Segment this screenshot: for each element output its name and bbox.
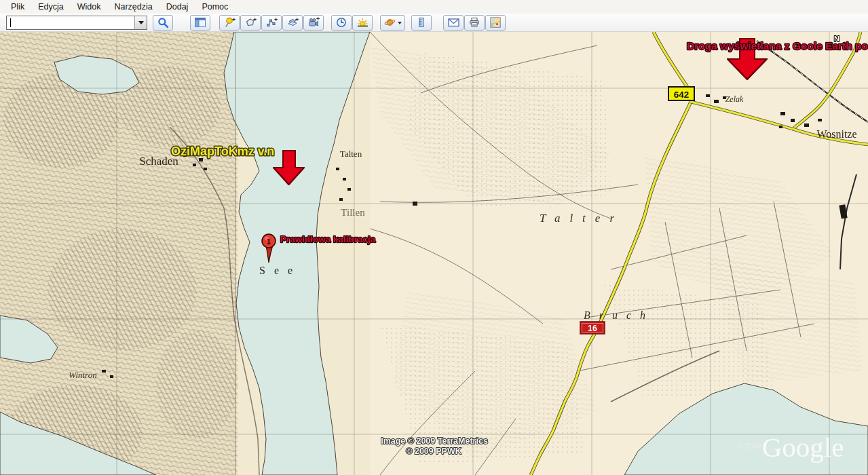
place-label-wintron: Wintron xyxy=(69,370,96,380)
chevron-down-icon xyxy=(398,22,402,26)
search-input[interactable] xyxy=(7,16,134,29)
menu-widok[interactable]: Widok xyxy=(71,1,108,13)
path-plus-icon: + xyxy=(266,17,278,28)
add-image-overlay-button[interactable]: + xyxy=(282,15,303,31)
mini-map-icon xyxy=(490,17,501,28)
camera-plus-icon: + xyxy=(308,17,320,28)
historical-map-overlay: Schaden Talten Tillen See Talter Bruch W… xyxy=(0,32,868,475)
ruler-icon xyxy=(416,17,427,28)
printer-icon xyxy=(469,17,480,28)
envelope-icon xyxy=(448,18,459,27)
map-copyright: © 2009 PPWK xyxy=(406,446,461,456)
menu-pomoc[interactable]: Pomoc xyxy=(195,1,235,13)
email-button[interactable] xyxy=(443,15,464,31)
place-label-tillen: Tillen xyxy=(341,207,365,218)
ruler-button[interactable] xyxy=(411,15,432,31)
map-area: Schaden Talten Tillen See Talter Bruch W… xyxy=(0,32,868,475)
road-shield-16-number: 16 xyxy=(588,324,597,333)
image-overlay-plus-icon: + xyxy=(287,17,299,28)
place-label-talter: Talter xyxy=(540,212,624,225)
menu-narzedzia[interactable]: Narzędzia xyxy=(107,1,159,13)
road-shield-642: 642 xyxy=(668,87,694,100)
road-shield-642-number: 642 xyxy=(674,90,690,100)
overlay-title-label: OziMapToKmz v.n xyxy=(171,145,274,158)
combobox-dropdown-button[interactable] xyxy=(134,16,147,29)
place-label-bruch: Bruch xyxy=(584,309,654,321)
polygon-plus-icon: + xyxy=(245,17,257,28)
add-placemark-button[interactable]: + xyxy=(219,15,240,31)
svg-text:+: + xyxy=(274,17,278,23)
menu-dodaj[interactable]: Dodaj xyxy=(159,1,195,13)
menu-bar: Plik Edycja Widok Narzędzia Dodaj Pomoc xyxy=(0,0,868,14)
place-label-see: See xyxy=(259,265,301,276)
toggle-sidebar-button[interactable] xyxy=(190,15,210,31)
sun-icon xyxy=(357,17,369,28)
clock-icon xyxy=(336,17,347,28)
menu-edycja[interactable]: Edycja xyxy=(31,1,71,13)
add-polygon-button[interactable]: + xyxy=(240,15,261,31)
terrain-hachures-left xyxy=(0,32,238,475)
place-label-wosnitze: Wosnitze xyxy=(816,128,856,140)
create-tools-group: + + + + xyxy=(219,15,324,31)
road-shield-16: 16 xyxy=(580,322,605,334)
google-logo: Google xyxy=(762,432,844,463)
search-button[interactable] xyxy=(153,15,173,31)
search-combobox[interactable] xyxy=(6,16,147,30)
view-in-google-maps-button[interactable] xyxy=(485,15,506,31)
sunlight-button[interactable] xyxy=(352,15,373,31)
calibration-label: Prawidłowa kalibracja xyxy=(280,234,376,244)
droga-label: Droga wyświetlana z Goole Earth pod xyxy=(687,40,868,52)
svg-text:+: + xyxy=(232,17,235,23)
map-viewport[interactable]: Schaden Talten Tillen See Talter Bruch W… xyxy=(0,32,868,475)
record-tour-button[interactable]: + xyxy=(303,15,324,31)
pushpin-plus-icon: + xyxy=(224,17,235,28)
imagery-attribution: Image © 2009 TerraMetrics xyxy=(381,436,488,446)
svg-text:+: + xyxy=(253,17,257,23)
svg-text:+: + xyxy=(295,17,299,23)
magnifier-icon xyxy=(157,17,169,28)
svg-text:+: + xyxy=(316,17,320,22)
time-tools-group xyxy=(331,15,373,31)
google-copyright-year: © 2009 xyxy=(737,442,761,450)
sidebar-panel-icon xyxy=(195,18,206,27)
menu-plik[interactable]: Plik xyxy=(4,1,31,13)
place-label-zelak: Zelak xyxy=(725,94,744,104)
red-arrow-down-left-shaft xyxy=(283,151,295,161)
text-caret xyxy=(10,18,11,27)
toolbar: + + + + xyxy=(0,14,868,32)
add-path-button[interactable]: + xyxy=(261,15,282,31)
saturn-icon xyxy=(384,17,396,28)
historical-imagery-button[interactable] xyxy=(331,15,352,31)
place-label-talten: Talten xyxy=(340,149,362,159)
switch-planet-button[interactable] xyxy=(380,15,405,31)
share-tools-group xyxy=(443,15,506,31)
placemark-pin-number: 1 xyxy=(267,238,271,246)
print-button[interactable] xyxy=(464,15,485,31)
compass-north-indicator[interactable]: N xyxy=(834,35,839,43)
